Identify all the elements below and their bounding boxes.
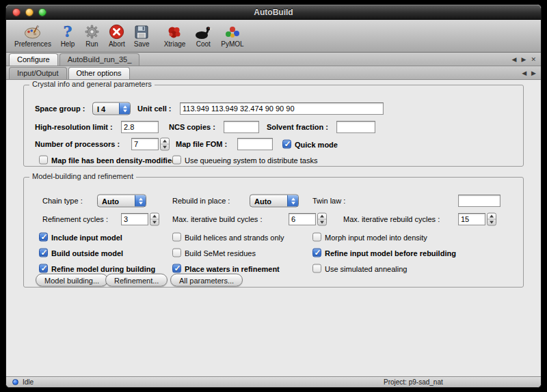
ncs-copies-input[interactable]	[224, 121, 259, 133]
density-modified-checkbox[interactable]: Map file has been density-modified	[39, 156, 176, 165]
toolbar-label: Coot	[196, 40, 211, 48]
refinement-cycles-label: Refinement cycles :	[42, 215, 108, 223]
checkbox-label: Morph input model into density	[325, 233, 427, 241]
tab-scroll-right-button[interactable]: ▶	[522, 53, 526, 66]
tab-scroll-left-button[interactable]: ◀	[512, 53, 517, 66]
checkbox-label: Build SeMet residues	[185, 249, 256, 257]
include-input-model-checkbox[interactable]: Include input model	[39, 233, 122, 242]
rebuild-in-place-label: Rebuild in place :	[172, 197, 230, 205]
checkbox-label: Refine model during building	[51, 264, 155, 272]
simulated-annealing-checkbox[interactable]: Use simulated annealing	[312, 264, 407, 273]
main-tab-controls: ◀ ▶ ✕	[512, 53, 536, 66]
toolbar-item-run[interactable]: Run	[83, 21, 101, 51]
map-fom-input[interactable]	[237, 138, 273, 150]
toolbar-item-coot[interactable]: Coot	[193, 21, 213, 51]
refine-during-building-checkbox[interactable]: Refine model during building	[39, 264, 155, 273]
toolbar-label: Help	[61, 40, 75, 48]
quick-mode-checkbox[interactable]: Quick mode	[282, 140, 338, 149]
tab-input-output[interactable]: Input/Output	[9, 67, 67, 79]
build-helices-checkbox[interactable]: Build helices and strands only	[172, 233, 284, 242]
toolbar-item-pymol[interactable]: PyMOL	[219, 21, 245, 51]
checkbox-label: Place waters in refinement	[185, 264, 280, 272]
abort-icon	[109, 23, 124, 40]
toolbar-item-save[interactable]: Save	[133, 21, 151, 51]
popup-arrows-icon	[287, 195, 298, 207]
refinement-button[interactable]: Refinement...	[105, 274, 168, 287]
help-icon: ?	[60, 23, 75, 40]
checkbox-label: Quick mode	[295, 140, 338, 148]
checkbox-label: Build outside model	[51, 249, 123, 257]
checkbox-label: Use queueing system to distribute tasks	[185, 156, 317, 164]
toolbar-item-abort[interactable]: Abort	[107, 21, 126, 51]
preferences-icon	[24, 23, 41, 40]
titlebar[interactable]: AutoBuild	[6, 5, 541, 20]
tab-configure[interactable]: Configure	[9, 53, 58, 66]
checkbox-box	[282, 140, 291, 149]
subtab-scroll-right-button[interactable]: ▶	[531, 66, 536, 80]
rebuild-in-place-select[interactable]: Auto	[250, 195, 299, 208]
toolbar-item-preferences[interactable]: Preferences	[13, 21, 53, 51]
build-semet-checkbox[interactable]: Build SeMet residues	[172, 249, 256, 257]
tab-label: Configure	[17, 55, 50, 64]
all-parameters-button[interactable]: All parameters...	[170, 274, 243, 287]
checkbox-box	[312, 264, 321, 273]
rebuild-cycles-label: Max. iterative rebuild cycles :	[343, 215, 440, 223]
build-cycles-stepper[interactable]	[317, 213, 327, 226]
svg-text:?: ?	[63, 24, 72, 40]
high-res-label: High-resolution limit :	[35, 123, 113, 131]
toolbar-label: Preferences	[14, 40, 51, 48]
checkbox-label: Use simulated annealing	[325, 264, 407, 272]
checkbox-box	[312, 249, 321, 257]
model-building-button[interactable]: Model building...	[36, 274, 108, 287]
rebuild-cycles-stepper[interactable]	[487, 213, 496, 226]
unit-cell-label: Unit cell :	[137, 104, 172, 113]
twin-law-label: Twin law :	[312, 197, 345, 205]
status-indicator-icon	[12, 379, 18, 385]
high-res-input[interactable]	[121, 121, 159, 133]
place-waters-checkbox[interactable]: Place waters in refinement	[172, 264, 280, 273]
solvent-fraction-input[interactable]	[336, 121, 375, 133]
toolbar-label: PyMOL	[221, 40, 243, 48]
chain-type-label: Chain type :	[42, 197, 83, 205]
checkbox-label: Refine input model before rebuilding	[325, 249, 456, 257]
coot-icon	[194, 23, 212, 40]
build-cycles-input[interactable]	[289, 213, 316, 225]
refinement-cycles-input[interactable]	[121, 213, 148, 225]
pymol-icon	[224, 23, 241, 40]
rebuild-cycles-input[interactable]	[458, 213, 485, 225]
processors-stepper[interactable]	[160, 138, 170, 151]
twin-law-input[interactable]	[458, 195, 501, 207]
build-cycles-label: Max. iterative build cycles :	[172, 215, 262, 223]
subtab-scroll-left-button[interactable]: ◀	[522, 66, 526, 80]
refinement-cycles-stepper[interactable]	[150, 213, 159, 226]
model-group-title: Model-building and refinement	[29, 172, 136, 180]
chain-type-value: Auto	[98, 197, 135, 205]
checkbox-box	[172, 264, 181, 273]
xtriage-icon	[166, 23, 183, 40]
checkbox-box	[39, 249, 48, 257]
toolbar-item-help[interactable]: ? Help	[59, 21, 77, 51]
tab-other-options[interactable]: Other options	[68, 67, 130, 79]
tab-close-button[interactable]: ✕	[531, 53, 536, 66]
morph-input-model-checkbox[interactable]: Morph input model into density	[312, 233, 427, 242]
tab-label: Other options	[77, 69, 122, 77]
refine-input-model-checkbox[interactable]: Refine input model before rebuilding	[312, 249, 456, 257]
toolbar-item-xtriage[interactable]: Xtriage	[163, 21, 187, 51]
build-outside-model-checkbox[interactable]: Build outside model	[39, 249, 123, 257]
checkbox-box	[39, 156, 48, 165]
space-group-select[interactable]: I 4	[92, 102, 131, 115]
checkbox-box	[172, 156, 181, 165]
crystal-info-group: Crystal info and general parameters Spac…	[23, 85, 524, 167]
model-building-group: Model-building and refinement Chain type…	[23, 177, 524, 288]
checkbox-box	[172, 249, 181, 257]
project-label: Project: p9-sad_nat	[384, 378, 443, 386]
processors-input[interactable]	[131, 138, 159, 150]
queueing-checkbox[interactable]: Use queueing system to distribute tasks	[172, 156, 317, 165]
tab-autobuild-run-35[interactable]: AutoBuild_run_35_	[59, 53, 140, 66]
tab-label: Input/Output	[17, 69, 59, 77]
unit-cell-input[interactable]	[180, 102, 384, 115]
ncs-copies-label: NCS copies :	[169, 123, 215, 131]
status-bar: Idle Project: p9-sad_nat	[6, 376, 541, 387]
chain-type-select[interactable]: Auto	[97, 195, 146, 208]
checkbox-label: Include input model	[51, 233, 122, 241]
